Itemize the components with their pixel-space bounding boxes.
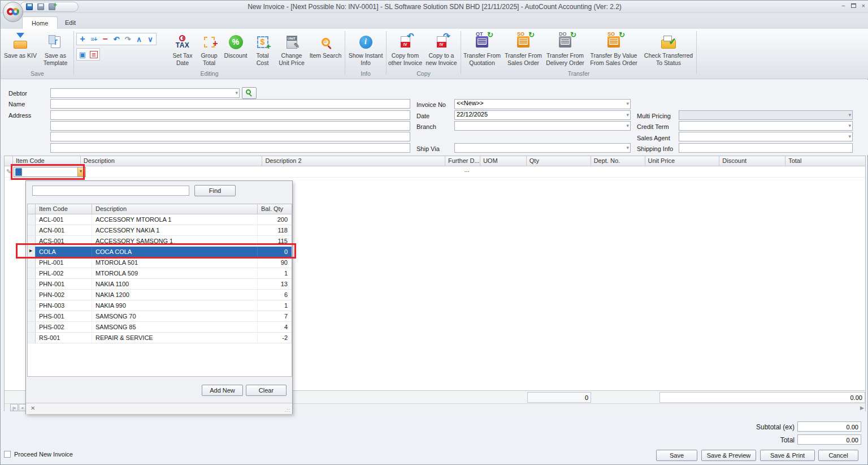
grid-header-item-code[interactable]: Item Code: [13, 156, 81, 166]
item-search-icon: [308, 32, 343, 52]
shipping-info-label: Shipping Info: [637, 145, 673, 152]
copy-from-invoice-button[interactable]: IV↶ Copy from other Invoice: [388, 32, 423, 69]
debtor-combo[interactable]: [50, 88, 240, 98]
grid-header-total[interactable]: Total: [785, 156, 865, 166]
item-row-phl-002[interactable]: PHL-002MTOROLA 5091: [28, 268, 292, 279]
close-icon[interactable]: ×: [862, 2, 865, 9]
save-button[interactable]: Save: [656, 450, 697, 461]
undo-icon[interactable]: [111, 33, 122, 45]
save-as-template-button[interactable]: T Save as Template: [38, 32, 72, 69]
maximize-icon[interactable]: [851, 3, 856, 8]
transfer-from-delivery-order-button[interactable]: DO↻ Transfer From Delivery Order: [545, 32, 585, 69]
item-row-phn-002[interactable]: PHN-002NAKIA 12006: [28, 290, 292, 300]
proceed-checkbox[interactable]: [4, 451, 11, 458]
item-row-phn-001[interactable]: PHN-001NAKIA 110013: [28, 279, 292, 290]
tab-home[interactable]: Home: [22, 16, 58, 29]
show-instant-info-button[interactable]: i Show Instant Info: [346, 32, 385, 69]
popup-status-strip: ✕ .::: [26, 403, 292, 414]
address-line1-input[interactable]: [50, 110, 410, 120]
move-up-icon[interactable]: [133, 33, 145, 45]
item-list-icon[interactable]: [88, 49, 99, 60]
item-search-input[interactable]: [32, 186, 189, 196]
window-title: New Invoice - [Next Possible No: INV-000…: [1, 3, 868, 11]
invoice-no-combo[interactable]: <<New>>: [454, 99, 631, 109]
grid-header-uom[interactable]: UOM: [480, 156, 527, 166]
address-line4-input[interactable]: [50, 143, 410, 153]
title-bar: New Invoice - [Next Possible No: INV-000…: [1, 1, 868, 13]
item-row-rs-001[interactable]: RS-001REPAIR & SERVICE-2: [28, 333, 292, 343]
item-row-acs-001[interactable]: ACS-001ACCESSORY SAMSONG 1115: [28, 236, 292, 247]
list-header-description[interactable]: Description: [92, 204, 258, 214]
save-as-kiv-button[interactable]: Save as KIV: [3, 32, 37, 69]
item-row-acn-001[interactable]: ACN-001ACCESSORY NAKIA 1118: [28, 225, 292, 236]
nav-first-record-icon[interactable]: [10, 404, 18, 411]
move-down-icon[interactable]: [145, 33, 156, 45]
cancel-button[interactable]: Cancel: [818, 450, 858, 461]
transfer-from-sales-order-button[interactable]: SO↻ Transfer From Sales Order: [503, 32, 544, 69]
grid-header-qty[interactable]: Qty: [527, 156, 591, 166]
redo-icon[interactable]: [122, 33, 133, 45]
list-header-item-code[interactable]: Item Code: [36, 204, 92, 214]
date-combo[interactable]: 22/12/2025: [454, 110, 631, 120]
check-transferred-icon: [642, 32, 695, 52]
multi-pricing-combo[interactable]: [679, 110, 853, 120]
change-unit-price-button[interactable]: UNIT Change Unit Price: [276, 32, 307, 69]
set-tax-date-button[interactable]: TAX Set Tax Date: [170, 32, 196, 69]
transfer-from-quotation-button[interactable]: QT↻ Transfer From Quotation: [462, 32, 502, 69]
popup-close-icon[interactable]: ✕: [31, 405, 35, 411]
scroll-right-arrow-icon[interactable]: ▶: [860, 405, 864, 411]
address-line2-input[interactable]: [50, 121, 410, 131]
item-row-phn-003[interactable]: PHN-003NAKIA 9901: [28, 300, 292, 311]
popup-resize-grip[interactable]: .::: [284, 407, 290, 413]
name-input[interactable]: [50, 99, 410, 109]
item-code-dropdown-button[interactable]: [77, 167, 85, 176]
item-row-phs-002[interactable]: PHS-002SAMSONG 854: [28, 322, 292, 333]
copy-to-new-invoice-button[interactable]: IV↷ Copy to a new Invoice: [424, 32, 459, 69]
clear-button[interactable]: Clear: [246, 385, 287, 396]
add-row-icon[interactable]: [77, 33, 88, 45]
address-line3-input[interactable]: [50, 132, 410, 141]
transfer-by-value-button[interactable]: SO↻ Transfer By Value From Sales Order: [587, 32, 641, 69]
group-caption-copy: Copy: [387, 70, 460, 78]
shipping-info-input[interactable]: [679, 143, 853, 153]
transfer-from-quotation-icon: QT↻: [462, 32, 502, 52]
item-row-phl-001[interactable]: PHL-001MTOROLA 50190: [28, 257, 292, 268]
total-cost-button[interactable]: $ Total Cost: [250, 32, 275, 69]
save-print-button[interactable]: Save & Print: [760, 450, 815, 461]
grid-header-further-desc[interactable]: Further D...: [445, 156, 480, 166]
select-range-icon[interactable]: [77, 49, 88, 60]
check-transferred-button[interactable]: Check Transferred To Status: [642, 32, 695, 69]
grid-header-discount[interactable]: Discount: [719, 156, 785, 166]
discount-button[interactable]: % Discount: [223, 32, 249, 69]
branch-combo[interactable]: [454, 121, 631, 131]
list-header-bal-qty[interactable]: Bal. Qty: [258, 204, 292, 214]
debtor-search-button[interactable]: [242, 87, 257, 99]
item-row-cola-selected[interactable]: COLACOCA COLA0: [28, 247, 292, 257]
item-row-phs-001[interactable]: PHS-001SAMSONG 707: [28, 311, 292, 322]
grid-header-description[interactable]: Description: [81, 156, 263, 166]
tab-edit[interactable]: Edit: [56, 16, 85, 29]
delete-row-icon[interactable]: [99, 33, 111, 45]
further-desc-ellipsis-button[interactable]: ...: [449, 166, 484, 173]
item-code-cell-editor[interactable]: [14, 167, 86, 177]
minimize-icon[interactable]: −: [841, 2, 845, 9]
insert-row-icon[interactable]: [88, 33, 99, 45]
copy-to-new-invoice-icon: IV↷: [424, 32, 459, 52]
sales-agent-combo[interactable]: [679, 132, 853, 141]
ship-via-combo[interactable]: [454, 143, 631, 153]
copy-from-invoice-icon: IV↶: [388, 32, 423, 52]
credit-term-combo[interactable]: [679, 121, 853, 131]
item-row-acl-001[interactable]: ACL-001ACCESSORY MTOROLA 1200: [28, 214, 292, 225]
group-total-button[interactable]: Group Total: [197, 32, 222, 69]
grid-header-dept-no[interactable]: Dept. No.: [591, 156, 645, 166]
find-button[interactable]: Find: [194, 185, 236, 196]
grid-editing-row[interactable]: ✎ ...: [5, 166, 865, 178]
save-new-icon[interactable]: [49, 3, 55, 10]
save-icon[interactable]: [26, 3, 33, 10]
save-preview-icon[interactable]: [37, 3, 44, 10]
item-search-button[interactable]: Item Search: [308, 32, 343, 69]
save-preview-button[interactable]: Save & Preview: [701, 450, 756, 461]
grid-header-unit-price[interactable]: Unit Price: [645, 156, 720, 166]
add-new-button[interactable]: Add New: [202, 385, 243, 396]
grid-header-description2[interactable]: Description 2: [262, 156, 445, 166]
